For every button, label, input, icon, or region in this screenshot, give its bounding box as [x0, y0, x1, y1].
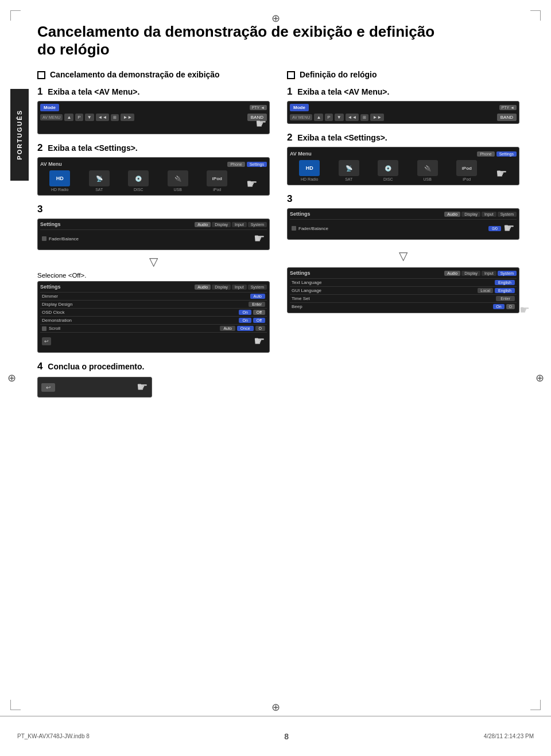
right-step-2: 2 Exiba a tela <Settings>. AV Menu Phone… — [287, 132, 519, 185]
stab-input: Input — [232, 222, 247, 227]
left-av-menu-screen1: Mode PTY ◄ AV MENU ▲ P ▼ ◄◄ ⊞ ►► BAND — [37, 101, 270, 134]
corner-mark-bl — [10, 700, 21, 710]
scroll-once: Once — [237, 326, 254, 331]
time-set-label: Time Set — [292, 296, 310, 301]
arrow-down-left: ▽ — [37, 255, 270, 268]
stab-input2: Input — [232, 285, 247, 290]
right-pty-btn: PTY ◄ — [499, 105, 517, 110]
corner-mark-tl — [10, 10, 21, 21]
scroll-row: Scroll Auto Once O — [40, 324, 267, 332]
right-av-title: AV Menu — [290, 151, 312, 157]
stab-display: Display — [212, 222, 231, 227]
display-design-label: Display Design — [42, 302, 72, 307]
right-stab-display2: Display — [461, 271, 480, 276]
right-av-icons-screen: AV Menu Phone Settings HD HD Radio 📡 — [287, 147, 519, 185]
right-step2-label: 2 Exiba a tela <Settings>. — [287, 132, 519, 143]
av-menu-ctrl: AV MENU — [40, 114, 63, 120]
right-stab-input: Input — [482, 212, 496, 217]
crosshair-bottom — [270, 702, 281, 713]
right-ctrl-up: ▲ — [314, 114, 323, 121]
dimmer-row: Dimmer Auto — [40, 292, 267, 300]
bottom-date: 4/28/11 2:14:23 PM — [484, 733, 534, 739]
gui-language-row: GUI Language Local English — [290, 286, 517, 294]
left-settings-fader-screen: Settings Audio Display Input System Fade… — [37, 219, 270, 250]
settings-tab: Settings — [247, 162, 267, 167]
usb-label: USB — [174, 188, 182, 192]
right-fader-label: Fader/Balance — [298, 226, 328, 231]
av-icon-hdradio: HD HD Radio — [49, 170, 70, 192]
osd-clock-row: OSD Clock On Off — [40, 308, 267, 316]
right-stab-audio2: Audio — [444, 271, 460, 276]
sidebar-tab: PORTUGUÊS — [10, 89, 29, 181]
scroll-note: Selecione <Off>. — [37, 272, 270, 279]
bottom-page: 8 — [284, 732, 289, 741]
right-settings-tab: Settings — [496, 151, 517, 157]
demonstration-btns: On Off — [239, 318, 265, 323]
av-icon-disc: 💿 DISC — [128, 170, 149, 192]
stab-audio2: Audio — [195, 285, 211, 290]
right-av-icon-ipod: iPod iPod — [456, 160, 477, 181]
sidebar-label: PORTUGUÊS — [16, 110, 23, 160]
left-step3-label: 3 — [37, 204, 270, 215]
right-ipod-label: iPod — [463, 177, 471, 181]
right-hd-icon: HD — [299, 160, 320, 176]
ctrl-up: ▲ — [64, 114, 73, 121]
right-fader-title: Settings — [290, 211, 311, 217]
hand-cursor-2: ☛ — [246, 177, 258, 192]
right-section-title: Definição do relógio — [300, 70, 377, 79]
right-stab-input2: Input — [482, 271, 496, 276]
right-step3-label: 3 — [287, 193, 519, 205]
right-phone-tab: Phone — [477, 151, 494, 157]
hand-cursor-1: ☛ — [40, 116, 267, 131]
hd-label: HD Radio — [51, 188, 68, 192]
right-column: Definição do relógio 1 Exiba a tela <AV … — [287, 70, 519, 406]
display-design-val: Enter — [249, 302, 265, 307]
text-language-row: Text Language English — [290, 278, 517, 286]
stab-system2: System — [248, 285, 267, 290]
right-sat-label: SAT — [345, 177, 352, 181]
right-section-header: Definição do relógio — [287, 70, 519, 79]
hand-cursor-4: ☛ — [254, 334, 265, 349]
corner-mark-tr — [530, 10, 541, 21]
bottom-bar: PT_KW-AVX748J-JW.indb 8 8 4/28/11 2:14:2… — [0, 716, 551, 756]
back-btn-step4: ↩ — [41, 383, 55, 392]
right-sat-icon: 📡 — [339, 160, 359, 176]
osd-off: Off — [253, 310, 265, 315]
left-step2-label: 2 Exiba a tela <Settings>. — [37, 142, 270, 154]
hand-cursor-right3: ☛ — [503, 221, 515, 236]
demonstration-row: Demonstration On Off — [40, 316, 267, 324]
left-column: Cancelamento da demonstração de exibição… — [37, 70, 270, 406]
settings-title-left: Settings — [40, 221, 61, 227]
gui-local: Local — [478, 288, 493, 293]
crosshair-left — [6, 372, 17, 384]
ctrl-next: ►► — [121, 114, 134, 121]
osd-on: On — [239, 310, 251, 315]
ipod-icon: iPod — [207, 170, 227, 186]
ctrl-prev: ◄◄ — [96, 114, 110, 121]
osd-clock-btns: On Off — [239, 310, 265, 315]
right-disc-icon: 💿 — [378, 160, 398, 176]
hand-cursor-5: ☛ — [137, 380, 148, 395]
right-stab-display: Display — [461, 212, 480, 217]
back-btn-left: ↩ — [42, 337, 51, 345]
hd-icon: HD — [49, 170, 70, 186]
left-step1-label: 1 Exiba a tela <AV Menu>. — [37, 86, 270, 98]
right-ctrl-next: ►► — [370, 114, 384, 121]
phone-tab: Phone — [227, 162, 245, 167]
stab-system: System — [248, 222, 267, 227]
fader-label-left: Fader/Balance — [49, 236, 79, 241]
ctrl-mid: ⊞ — [111, 114, 119, 121]
av-icons-title: AV Menu — [40, 161, 62, 167]
right-hd-label: HD Radio — [301, 177, 318, 181]
demo-on: On — [239, 318, 251, 323]
scroll-row-icon — [42, 326, 46, 331]
beep-btns: On O ☛ — [493, 304, 515, 309]
gui-language-btns: Local English — [478, 288, 515, 293]
left-step-3: 3 Settings Audio Display Input System — [37, 204, 270, 353]
ctrl-down: ▼ — [85, 114, 94, 121]
gui-language-label: GUI Language — [292, 288, 321, 293]
right-system-screen: Settings Audio Display Input System Text… — [287, 267, 519, 313]
scroll-auto: Auto — [220, 326, 235, 331]
right-ctrl-down: ▼ — [335, 114, 344, 121]
scroll-btns: Auto Once O — [220, 326, 265, 331]
